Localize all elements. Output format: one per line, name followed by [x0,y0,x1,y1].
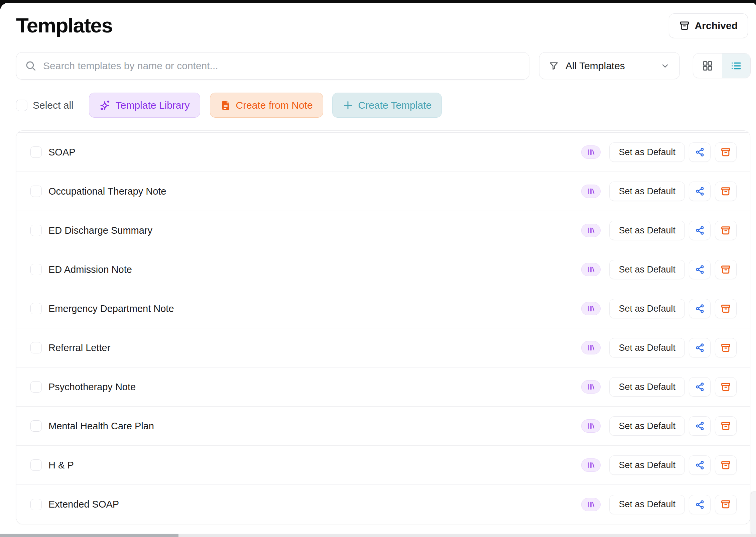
search-input[interactable] [43,60,520,72]
share-button[interactable] [689,182,711,201]
archive-row-button[interactable] [715,495,737,514]
template-name: Extended SOAP [48,499,119,510]
sparkles-icon [99,100,111,111]
share-button[interactable] [689,221,711,240]
archive-icon [721,421,731,431]
set-as-default-button[interactable]: Set as Default [609,455,685,475]
archived-button[interactable]: Archived [669,13,748,38]
template-name: ED Discharge Summary [48,225,152,236]
row-checkbox[interactable] [30,459,42,471]
grid-view-button[interactable] [693,53,722,78]
library-badge [581,145,601,159]
set-as-default-button[interactable]: Set as Default [609,377,685,397]
template-row[interactable]: Occupational Therapy Note Set as Default [16,172,750,211]
set-as-default-button[interactable]: Set as Default [609,142,685,162]
template-row[interactable]: ED Discharge Summary Set as Default [16,211,750,250]
archive-row-button[interactable] [715,455,737,475]
library-books-icon [587,383,595,391]
library-badge [581,498,601,511]
row-checkbox[interactable] [30,499,42,510]
create-template-button[interactable]: Create Template [332,93,442,118]
library-books-icon [587,422,595,430]
horizontal-scrollbar[interactable] [0,534,756,537]
template-name: ED Admission Note [48,264,132,275]
set-as-default-button[interactable]: Set as Default [609,221,685,240]
share-button[interactable] [689,416,711,436]
set-as-default-button[interactable]: Set as Default [609,416,685,436]
archive-icon [721,382,731,392]
share-button[interactable] [689,299,711,318]
archive-icon [721,460,731,470]
archive-row-button[interactable] [715,260,737,279]
share-icon [695,500,705,510]
library-badge [581,419,601,433]
create-from-note-button[interactable]: Create from Note [210,93,323,118]
row-checkbox[interactable] [30,342,42,353]
share-button[interactable] [689,495,711,514]
archive-row-button[interactable] [715,338,737,357]
archive-icon [721,264,731,275]
archive-row-button[interactable] [715,416,737,436]
create-template-label: Create Template [358,100,432,111]
archive-icon [721,225,731,236]
archive-row-button[interactable] [715,221,737,240]
library-badge [581,302,601,315]
library-badge [581,185,601,198]
set-as-default-button[interactable]: Set as Default [609,495,685,514]
share-icon [695,304,705,314]
template-row[interactable]: Psychotherapy Note Set as Default [16,367,750,407]
archive-row-button[interactable] [715,299,737,318]
template-row[interactable]: Extended SOAP Set as Default [16,485,750,524]
library-badge [581,263,601,276]
page-title: Templates [16,13,113,37]
share-button[interactable] [689,338,711,357]
template-row[interactable]: Mental Health Care Plan Set as Default [16,407,750,446]
set-as-default-button[interactable]: Set as Default [609,260,685,279]
template-list: SOAP Set as Default [16,130,750,524]
template-name: Emergency Department Note [48,303,174,314]
set-as-default-button[interactable]: Set as Default [609,182,685,201]
archive-row-button[interactable] [715,142,737,162]
library-books-icon [587,187,595,196]
grid-view-icon [702,60,713,72]
archive-icon [721,499,731,510]
share-icon [695,225,705,235]
set-as-default-button[interactable]: Set as Default [609,299,685,318]
actions-row: Select all Template Library [16,93,442,118]
template-row[interactable]: Emergency Department Note Set as Default [16,289,750,328]
row-checkbox[interactable] [30,381,42,393]
share-button[interactable] [689,377,711,397]
row-checkbox[interactable] [30,264,42,275]
filter-icon [549,61,559,71]
template-library-button[interactable]: Template Library [89,93,200,118]
share-button[interactable] [689,455,711,475]
row-checkbox[interactable] [30,146,42,158]
list-view-button[interactable] [722,53,751,78]
share-icon [695,421,705,431]
share-button[interactable] [689,260,711,279]
archive-row-button[interactable] [715,182,737,201]
search-bar[interactable] [16,52,529,80]
select-all-checkbox[interactable] [16,100,27,111]
template-row[interactable]: SOAP Set as Default [16,133,750,172]
horizontal-scrollbar-thumb[interactable] [0,534,178,537]
template-row[interactable]: H & P Set as Default [16,446,750,485]
share-button[interactable] [689,142,711,162]
archive-row-button[interactable] [715,377,737,397]
library-badge [581,341,601,354]
template-row[interactable]: ED Admission Note Set as Default [16,250,750,289]
template-library-label: Template Library [116,100,190,111]
create-from-note-label: Create from Note [236,100,313,111]
vertical-scrollbar-thumb[interactable] [751,492,756,534]
archive-icon [721,147,731,157]
row-checkbox[interactable] [30,303,42,314]
plus-icon [343,100,353,111]
row-checkbox[interactable] [30,225,42,236]
row-checkbox[interactable] [30,420,42,432]
share-icon [695,460,705,470]
filter-dropdown[interactable]: All Templates [539,52,680,79]
template-row[interactable]: Referral Letter Set as Default [16,328,750,367]
set-as-default-button[interactable]: Set as Default [609,338,685,357]
note-document-icon [220,100,231,111]
row-checkbox[interactable] [30,186,42,197]
